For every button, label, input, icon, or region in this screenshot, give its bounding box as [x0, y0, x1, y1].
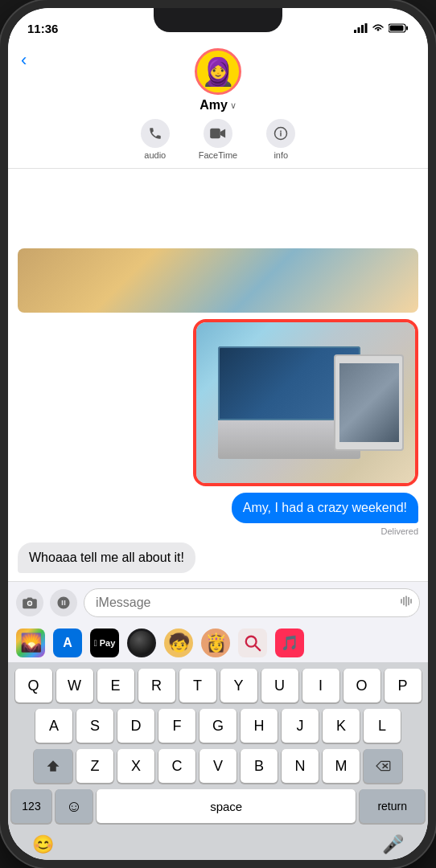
- chevron-down-icon: ∨: [230, 100, 237, 111]
- key-m[interactable]: M: [323, 749, 360, 783]
- key-p[interactable]: P: [385, 669, 422, 702]
- photos-app-icon[interactable]: 🌄: [16, 628, 45, 657]
- contact-name-row[interactable]: Amy ∨: [199, 98, 237, 113]
- video-icon: [210, 128, 226, 139]
- key-i[interactable]: I: [302, 669, 339, 702]
- app-icons-row: 🌄 A  Pay 🧒 👸 🎵: [8, 624, 428, 662]
- shift-key[interactable]: [34, 749, 72, 783]
- space-key[interactable]: space: [97, 789, 356, 823]
- facetime-icon-circle: [204, 119, 232, 148]
- key-t[interactable]: T: [179, 669, 216, 702]
- phone-icon: [148, 126, 162, 141]
- audio-label: audio: [144, 150, 166, 160]
- key-o[interactable]: O: [343, 669, 380, 702]
- audio-action[interactable]: audio: [141, 119, 170, 160]
- photo-content: [196, 322, 415, 483]
- back-button[interactable]: ‹: [21, 50, 27, 71]
- apps-button[interactable]: [50, 589, 77, 616]
- svg-rect-0: [354, 30, 356, 33]
- facetime-action[interactable]: FaceTime: [199, 119, 238, 160]
- svg-rect-14: [408, 597, 409, 606]
- key-s[interactable]: S: [76, 709, 113, 743]
- svg-rect-11: [401, 599, 402, 604]
- num-key[interactable]: 123: [11, 789, 51, 823]
- contact-name: Amy: [199, 98, 228, 113]
- appstore-app-icon[interactable]: A: [53, 628, 82, 657]
- key-v[interactable]: V: [199, 749, 237, 783]
- tablet-screen: [339, 363, 400, 443]
- key-y[interactable]: Y: [220, 669, 257, 702]
- svg-rect-7: [210, 129, 220, 139]
- keyboard-row-1: Q W E R T Y U I O P: [11, 669, 425, 702]
- key-f[interactable]: F: [158, 709, 195, 743]
- mic-bottom-icon[interactable]: 🎤: [382, 834, 404, 855]
- key-k[interactable]: K: [323, 709, 360, 743]
- photo-border: [193, 319, 418, 486]
- key-j[interactable]: J: [282, 709, 319, 743]
- key-r[interactable]: R: [138, 669, 175, 702]
- apps-icon: [56, 596, 71, 610]
- keyboard-row-bottom: 123 ☺ space return: [11, 789, 425, 823]
- applepay-app-icon[interactable]:  Pay: [90, 628, 119, 657]
- svg-rect-6: [390, 26, 404, 31]
- key-l[interactable]: L: [364, 709, 401, 743]
- key-w[interactable]: W: [56, 669, 93, 702]
- key-g[interactable]: G: [199, 709, 237, 743]
- return-key[interactable]: return: [360, 789, 425, 823]
- delivered-status: Delivered: [381, 526, 418, 536]
- message-input-wrapper: [84, 588, 420, 617]
- waveform-icon: [399, 595, 413, 608]
- status-time: 11:36: [27, 22, 58, 35]
- message-header: ‹ 🧕 Amy ∨ audio: [8, 43, 428, 169]
- camera-button[interactable]: [16, 589, 43, 616]
- svg-rect-13: [405, 596, 407, 607]
- notch: [154, 8, 282, 32]
- svg-rect-5: [406, 27, 408, 31]
- bottom-bar: 😊 🎤: [8, 833, 428, 860]
- svg-line-17: [255, 645, 260, 650]
- key-u[interactable]: U: [261, 669, 298, 702]
- blackcircle-app-icon[interactable]: [127, 628, 156, 657]
- avatar[interactable]: 🧕: [195, 48, 241, 95]
- keyboard-row-2: A S D F G H J K L: [11, 709, 425, 743]
- key-d[interactable]: D: [117, 709, 154, 743]
- key-h[interactable]: H: [241, 709, 278, 743]
- info-label: info: [274, 150, 288, 160]
- svg-point-10: [28, 602, 31, 605]
- info-action[interactable]: info: [266, 119, 295, 160]
- key-x[interactable]: X: [117, 749, 154, 783]
- key-q[interactable]: Q: [15, 669, 52, 702]
- audio-icon-circle: [141, 119, 170, 148]
- key-c[interactable]: C: [158, 749, 195, 783]
- messages-area: Amy, I had a crazy weekend! Delivered Wh…: [8, 169, 428, 581]
- wifi-icon: [372, 23, 385, 33]
- key-n[interactable]: N: [282, 749, 319, 783]
- photo-message[interactable]: [193, 319, 418, 486]
- camera-icon: [22, 596, 38, 609]
- emoji-bottom-icon[interactable]: 😊: [32, 834, 54, 855]
- info-icon-circle: [266, 119, 295, 148]
- svg-rect-12: [403, 597, 405, 606]
- partial-top-photo[interactable]: [18, 248, 418, 313]
- search-app-icon[interactable]: [238, 628, 267, 657]
- magnify-icon: [244, 634, 261, 652]
- signal-icon: [354, 23, 368, 33]
- audio-input-icon[interactable]: [399, 595, 413, 611]
- emoji-key[interactable]: ☺: [56, 789, 93, 823]
- key-e[interactable]: E: [97, 669, 134, 702]
- svg-rect-15: [410, 599, 412, 604]
- shift-icon: [46, 759, 60, 773]
- music-app-icon[interactable]: 🎵: [275, 628, 304, 657]
- received-bubble: Whoaaa tell me all about it!: [18, 542, 195, 573]
- delete-key[interactable]: [364, 749, 402, 783]
- memoji-app-icon[interactable]: 🧒: [164, 628, 193, 657]
- key-z[interactable]: Z: [76, 749, 113, 783]
- key-b[interactable]: B: [241, 749, 278, 783]
- message-input[interactable]: [84, 588, 420, 617]
- phone-frame: 11:36: [0, 0, 436, 868]
- input-bar: [8, 581, 428, 624]
- sent-bubble: Amy, I had a crazy weekend!: [232, 493, 418, 523]
- key-a[interactable]: A: [35, 709, 72, 743]
- memoji2-app-icon[interactable]: 👸: [201, 628, 230, 657]
- phone-screen: 11:36: [8, 8, 428, 860]
